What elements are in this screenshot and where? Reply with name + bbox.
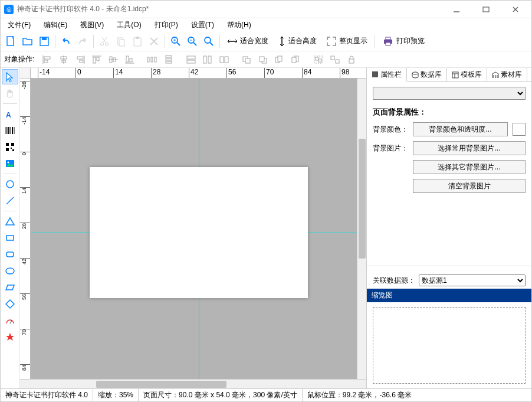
align-right-icon — [73, 53, 87, 66]
bg-color-label: 背景颜色： — [373, 125, 408, 135]
svg-rect-28 — [386, 43, 390, 45]
menu-view[interactable]: 视图(V) — [77, 19, 107, 31]
tool-triangle[interactable] — [2, 214, 18, 229]
maximize-button[interactable] — [477, 4, 495, 15]
fit-width-button[interactable]: 适合宽度 — [222, 33, 273, 50]
page[interactable] — [90, 167, 308, 298]
open-button[interactable] — [19, 33, 36, 50]
zoom-out-button[interactable] — [184, 33, 201, 50]
statusbar: 神奇证卡证书打印软件 4.0 缩放：35% 页面尺寸：90.0 毫米 x 54.… — [1, 388, 531, 401]
menu-file[interactable]: 文件(F) — [4, 19, 34, 31]
delete-button[interactable] — [146, 33, 162, 50]
tab-assets-label: 素材库 — [501, 70, 522, 80]
canvas[interactable] — [31, 79, 357, 379]
tool-qrcode[interactable] — [2, 139, 18, 155]
bring-front-icon — [239, 53, 254, 66]
zoom-region-button[interactable] — [201, 33, 217, 50]
object-toolbar: 对象操作: — [1, 51, 531, 68]
svg-rect-69 — [318, 59, 321, 62]
menu-tools[interactable]: 工具(O) — [113, 19, 145, 31]
data-source-select[interactable]: 数据源1 — [419, 274, 526, 286]
bg-image-label: 背景图片： — [373, 143, 408, 153]
bg-color-swatch[interactable] — [513, 123, 526, 136]
bg-color-button[interactable]: 背景颜色和透明度... — [413, 122, 508, 136]
app-icon: ◎ — [4, 5, 14, 14]
tool-rectangle[interactable] — [2, 230, 18, 246]
tool-image[interactable] — [2, 156, 18, 171]
distribute-h-icon — [145, 53, 159, 66]
paste-button[interactable] — [129, 33, 146, 50]
window-title: 神奇证卡证书打印软件 4.0 - 未命名1.idcp* — [17, 4, 448, 14]
tool-barcode[interactable] — [2, 123, 18, 138]
tab-assets[interactable]: 素材库 — [487, 68, 527, 81]
tool-ellipse[interactable] — [2, 263, 18, 279]
svg-rect-10 — [119, 40, 124, 46]
save-button[interactable] — [36, 33, 52, 50]
tool-parallelogram[interactable] — [2, 280, 18, 295]
svg-rect-27 — [386, 37, 390, 40]
status-app: 神奇证卡证书打印软件 4.0 — [1, 389, 93, 401]
tab-templates[interactable]: 模板库 — [447, 68, 487, 81]
svg-line-16 — [177, 43, 180, 45]
svg-rect-53 — [187, 56, 195, 59]
undo-button[interactable] — [58, 33, 74, 50]
vertical-scrollbar[interactable] — [357, 79, 366, 379]
printer-icon — [382, 36, 394, 47]
tool-palette: A — [1, 68, 20, 388]
tab-database[interactable]: 数据库 — [407, 68, 447, 81]
data-source-row: 关联数据源： 数据源1 — [367, 272, 531, 289]
bg-image-clear-button[interactable]: 清空背景图片 — [413, 179, 526, 193]
menu-edit[interactable]: 编辑(E) — [40, 19, 71, 31]
fit-height-icon — [278, 36, 286, 47]
zoom-in-button[interactable] — [168, 33, 184, 50]
bg-image-other-button[interactable]: 选择其它背景图片... — [413, 160, 526, 174]
tool-text[interactable]: A — [2, 106, 18, 122]
svg-rect-40 — [97, 57, 99, 61]
vertical-ruler[interactable]: -28-140142842567084 — [20, 79, 31, 379]
new-button[interactable] — [3, 33, 19, 50]
object-selector[interactable] — [373, 87, 526, 100]
svg-text:A: A — [6, 111, 11, 119]
tool-rounded-rect[interactable] — [2, 247, 18, 262]
bg-image-common-button[interactable]: 选择常用背景图片... — [413, 141, 526, 155]
bring-forward-icon — [272, 53, 287, 66]
copy-button[interactable] — [113, 33, 129, 50]
fit-height-button[interactable]: 适合高度 — [273, 33, 321, 50]
svg-rect-83 — [11, 148, 12, 149]
tool-hand[interactable] — [2, 86, 18, 101]
horizontal-scrollbar[interactable] — [20, 379, 366, 388]
distribute-v-icon — [162, 53, 176, 66]
svg-rect-12 — [136, 37, 139, 39]
fit-height-label: 适合高度 — [288, 36, 317, 46]
horizontal-ruler[interactable]: -14014284256708498 — [31, 68, 357, 79]
close-button[interactable] — [507, 4, 524, 15]
assets-icon — [492, 71, 499, 79]
menu-help[interactable]: 帮助(H) — [224, 19, 255, 31]
full-page-button[interactable]: 整页显示 — [321, 33, 372, 50]
tool-select[interactable] — [2, 69, 18, 84]
align-top-icon — [90, 53, 104, 66]
cut-button[interactable] — [96, 33, 113, 50]
status-page-size: 页面尺寸：90.0 毫米 x 54.0 毫米，300 像素/英寸 — [139, 389, 303, 401]
tool-gauge[interactable] — [2, 313, 18, 328]
tool-line[interactable] — [2, 193, 18, 208]
minimize-button[interactable] — [448, 4, 465, 15]
svg-line-88 — [6, 197, 14, 204]
menu-settings[interactable]: 设置(T) — [188, 19, 218, 31]
print-preview-button[interactable]: 打印预览 — [377, 33, 429, 50]
svg-rect-31 — [44, 60, 48, 63]
align-bottom-icon — [123, 53, 137, 66]
tab-properties[interactable]: 属性栏 — [367, 68, 407, 82]
svg-line-20 — [193, 43, 196, 45]
svg-rect-51 — [166, 58, 172, 60]
menu-print[interactable]: 打印(P) — [151, 19, 182, 31]
tool-diamond[interactable] — [2, 296, 18, 312]
thumbnail-box — [373, 307, 526, 384]
svg-point-87 — [6, 181, 14, 188]
svg-rect-84 — [12, 149, 14, 151]
svg-rect-30 — [44, 57, 50, 59]
tool-circle[interactable] — [2, 177, 18, 192]
tool-star[interactable] — [2, 329, 18, 345]
svg-rect-54 — [187, 60, 195, 63]
redo-button[interactable] — [74, 33, 91, 50]
